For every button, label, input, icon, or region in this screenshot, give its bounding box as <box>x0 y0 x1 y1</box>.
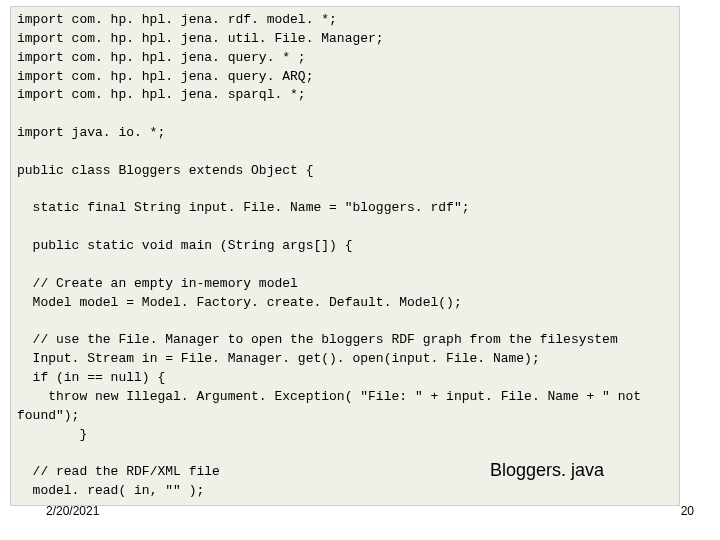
slide-date: 2/20/2021 <box>46 504 99 518</box>
slide-number: 20 <box>681 504 694 518</box>
caption-label: Bloggers. java <box>490 460 604 481</box>
code-block: import com. hp. hpl. jena. rdf. model. *… <box>10 6 680 506</box>
slide: import com. hp. hpl. jena. rdf. model. *… <box>0 0 720 540</box>
